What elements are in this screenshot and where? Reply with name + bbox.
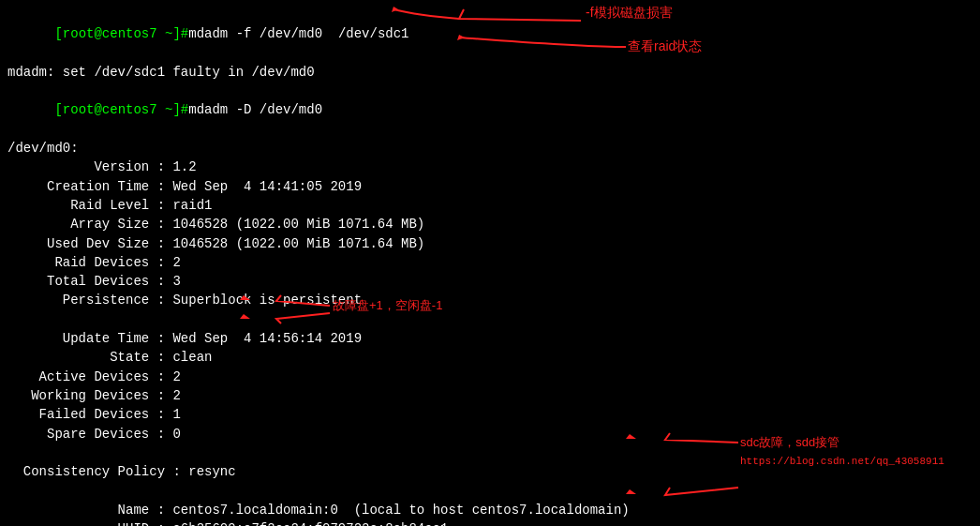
total-devices-line: Total Devices : 3 (7, 272, 973, 291)
array-size-line: Array Size : 1046528 (1022.00 MiB 1071.6… (7, 215, 973, 233)
version-line: Version : 1.2 (7, 158, 973, 176)
cmd-text-2: mdadm -D /dev/md0 (188, 102, 322, 117)
state-line: State : clean (7, 348, 973, 367)
active-devices-line: Active Devices : 2 (7, 368, 973, 386)
cmd-text-1: mdadm -f /dev/md0 /dev/sdc1 (188, 26, 408, 41)
prompt-2: [root@centos7 ~]# (54, 102, 188, 117)
update-time-line: Update Time : Wed Sep 4 14:56:14 2019 (7, 329, 973, 348)
consistency-line: Consistency Policy : resync (7, 462, 973, 481)
spare-devices-line: Spare Devices : 0 (7, 425, 973, 443)
blank-2 (7, 443, 973, 462)
terminal-window: [root@centos7 ~]#mdadm -f /dev/md0 /dev/… (0, 0, 980, 526)
terminal-content: [root@centos7 ~]#mdadm -f /dev/md0 /dev/… (7, 6, 973, 526)
creation-time-line: Creation Time : Wed Sep 4 14:41:05 2019 (7, 177, 973, 196)
working-devices-line: Working Devices : 2 (7, 386, 973, 405)
raid-devices-line: Raid Devices : 2 (7, 253, 973, 272)
cmd-line-1: [root@centos7 ~]#mdadm -f /dev/md0 /dev/… (7, 6, 973, 63)
name-line: Name : centos7.localdomain:0 (local to h… (7, 501, 973, 519)
uuid-line: UUID : a6b35609:a7f2ce24:f079722c:8ab84e… (7, 519, 973, 526)
failed-devices-line: Failed Devices : 1 (7, 405, 973, 424)
persistence-line: Persistence : Superblock is persistent (7, 291, 973, 309)
blank-3 (7, 481, 973, 500)
raid-level-line: Raid Level : raid1 (7, 196, 973, 215)
used-dev-size-line: Used Dev Size : 1046528 (1022.00 MiB 107… (7, 234, 973, 253)
md0-label: /dev/md0: (7, 139, 973, 158)
prompt-1: [root@centos7 ~]# (54, 26, 188, 41)
cmd-output-1: mdadm: set /dev/sdc1 faulty in /dev/md0 (7, 63, 973, 82)
blank-1 (7, 310, 973, 329)
cmd-line-2: [root@centos7 ~]#mdadm -D /dev/md0 (7, 82, 973, 139)
